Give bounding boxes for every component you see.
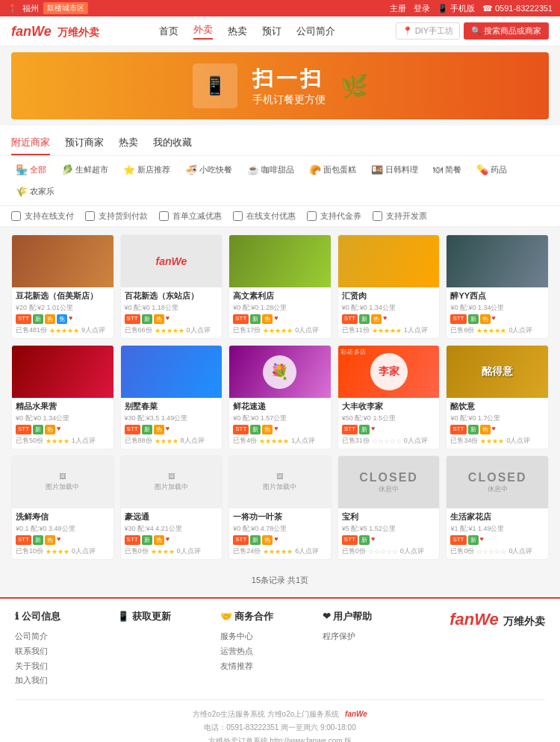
- merchant-meta: ¥0.1 配:¥0 3.48公里: [16, 524, 110, 534]
- filter-online-pay[interactable]: 支持在线支付: [11, 211, 74, 222]
- tab-nearby[interactable]: 附近商家: [11, 131, 50, 155]
- filter-invoice-checkbox[interactable]: [373, 211, 382, 221]
- merchant-card[interactable]: 汇贤肉 ¥0 配:¥0 1.34公里 STT 新 热 ♥ 已售11份 ★★★★★…: [337, 234, 441, 339]
- filter-first-order-checkbox[interactable]: [159, 211, 169, 221]
- merchant-card[interactable]: 🖼 图片加载中 一将功一叶茶 ¥0 配:¥0 4.78公里 STT 新 热 ♥ …: [228, 455, 332, 560]
- merchant-card[interactable]: 🖼 图片加载中 豪远通 ¥30 配:¥4 4.21公里 STT 新 热 ♥ 已售…: [120, 455, 223, 560]
- banner-deco: 🌿: [340, 73, 368, 99]
- footer-link[interactable]: 联系我们: [15, 644, 95, 659]
- loading-text: 图片加载中: [46, 482, 79, 492]
- location-search-box[interactable]: 📍 DIY手工坊: [396, 22, 460, 40]
- merchant-card[interactable]: 💐 鲜花速递 ¥0 配:¥0 1.57公里 STT 新 热 ♥ 已售4份 ★★★…: [228, 345, 332, 449]
- nav-booking[interactable]: 预订: [262, 25, 281, 38]
- merchant-meta: ¥0 配:¥0 4.78公里: [233, 524, 327, 534]
- footer-bottom: 方维o2o生活服务系统 方维o2o上门服务系统 fanWe 电话：0591-83…: [15, 700, 545, 742]
- merchant-rating: 已售31份 ☆☆☆☆☆ 0人点评: [342, 436, 436, 446]
- filter-online-discount[interactable]: 在线支付优惠: [233, 211, 296, 222]
- footer-link[interactable]: 关于我们: [15, 659, 95, 674]
- tag-g: 新: [250, 314, 261, 324]
- footer-link[interactable]: 服务中心: [220, 629, 300, 644]
- filter-cod-checkbox[interactable]: [85, 211, 95, 221]
- register-link[interactable]: 主册: [390, 3, 406, 14]
- merchant-card[interactable]: 醉YY西点 ¥0 配:¥0 1.34公里 STT 新 热 ♥ 已售6份 ★★★★…: [446, 234, 549, 339]
- closed-subtext: 休息中: [379, 484, 399, 494]
- nav-home[interactable]: 首页: [159, 25, 178, 38]
- footer-link[interactable]: 程序保护: [323, 629, 402, 644]
- merchant-card[interactable]: 高文素利店 ¥0 配:¥0 1.28公里 STT 新 热 ♥ 已售17份 ★★★…: [228, 234, 332, 339]
- logo[interactable]: fanWe 万维外卖: [11, 22, 99, 40]
- banner-sub-text: 手机订餐更方便: [252, 93, 326, 107]
- merchant-card[interactable]: 李家 彩花·多店 大丰收李家 ¥50 配:¥0 1.5公里 STT 新 ♥ 已售…: [337, 345, 441, 449]
- footer-link[interactable]: 友情推荐: [220, 659, 300, 674]
- pagination: 15条记录 共1页: [0, 567, 560, 593]
- merchant-meta: ¥50 配:¥0 1.5公里: [342, 414, 436, 423]
- cat-light[interactable]: 🍽简餐: [429, 162, 466, 178]
- stars: ★★★★★: [263, 327, 293, 334]
- merchant-rating: 已售481份 ★★★★★ 9人点评: [16, 325, 110, 335]
- tag-o1: 热: [45, 314, 55, 324]
- filter-first-order[interactable]: 首单立减优惠: [159, 211, 222, 222]
- cat-medicine[interactable]: 💊药品: [472, 162, 511, 178]
- login-link[interactable]: 登录: [414, 3, 430, 14]
- mobile-link[interactable]: 📱 手机版: [438, 3, 475, 14]
- tag-stt: STT: [450, 425, 466, 434]
- merchant-card-closed[interactable]: CLOSED 休息中 宝利 ¥5 配:¥5 1.52公里 STT 新 ♥ 已售0…: [337, 455, 441, 560]
- footer-link[interactable]: 公司简介: [15, 629, 95, 644]
- filter-coupon-checkbox[interactable]: [307, 211, 317, 221]
- closed-text: CLOSED: [359, 471, 418, 484]
- merchant-name: 别墅春菜: [125, 401, 219, 412]
- nav-takeout[interactable]: 外卖: [193, 23, 213, 40]
- filter-online-discount-checkbox[interactable]: [233, 211, 243, 221]
- merchant-card-closed[interactable]: CLOSED 休息中 生活家花店 ¥1 配:¥1 1.49公里 STT 新 ♥ …: [446, 455, 549, 560]
- loading-text: 图片加载中: [155, 482, 188, 492]
- nav-hot[interactable]: 热卖: [228, 25, 247, 38]
- stars: ★★★★: [480, 437, 504, 445]
- footer-link[interactable]: 运营热点: [220, 644, 300, 659]
- cat-coffee[interactable]: ☕咖啡甜品: [243, 162, 299, 178]
- tab-favorites[interactable]: 我的收藏: [153, 131, 192, 155]
- merchant-name: 豪远通: [125, 511, 219, 523]
- merchant-card[interactable]: 豆花新选（佰美斯店） ¥20 配:¥2 1.01公里 STT 新 热 免 ♥ 已…: [11, 234, 114, 339]
- cat-farm[interactable]: 🌾农家乐: [11, 184, 59, 199]
- nav-about[interactable]: 公司简介: [296, 25, 335, 38]
- tab-hot[interactable]: 热卖: [119, 131, 138, 155]
- tab-booking[interactable]: 预订商家: [65, 131, 104, 155]
- cat-bakery-icon: 🥐: [309, 164, 321, 175]
- filter-online-pay-checkbox[interactable]: [11, 211, 21, 221]
- district-label[interactable]: 鼓楼城市区: [43, 2, 88, 14]
- merchant-card[interactable]: 酩得意 酩饮意 ¥0 配:¥0 1.7公里 STT 新 热 ♥ 已售34份 ★★…: [446, 345, 549, 449]
- cat-bakery[interactable]: 🥐面包蛋糕: [305, 162, 361, 178]
- tag-o: 热: [154, 535, 164, 545]
- fav-icon: ♥: [492, 314, 496, 324]
- merchant-card[interactable]: 🖼 图片加载中 洗鲜寿信 ¥0.1 配:¥0 3.48公里 STT 新 热 ♥ …: [11, 455, 114, 560]
- search-button[interactable]: 🔍 搜索商品或商家: [464, 22, 549, 40]
- merchant-tags: STT 新 ♥: [342, 535, 436, 545]
- footer-link[interactable]: 加入我们: [15, 673, 95, 688]
- tag-o: 热: [371, 314, 382, 324]
- filter-coupon[interactable]: 支持代金券: [307, 211, 361, 222]
- stars: ★★★★★: [476, 327, 506, 334]
- tag-g: 新: [468, 535, 479, 545]
- merchant-rating: 已售0份 ☆☆☆☆☆ 0人点评: [450, 546, 544, 556]
- cat-snack[interactable]: 🍜小吃快餐: [181, 162, 237, 178]
- merchant-tags: STT 新 热 ♥: [233, 314, 327, 324]
- cat-fresh[interactable]: 🥬生鲜超市: [57, 162, 113, 178]
- loading-icon: 🖼: [276, 473, 283, 480]
- stars: ★★★★: [46, 437, 69, 445]
- filter-cod[interactable]: 支持货到付款: [85, 211, 148, 222]
- cat-new[interactable]: ⭐新店推荐: [119, 162, 175, 178]
- merchant-info: 精品水果营 ¥0 配:¥0 1.34公里 STT 新 热 ♥ 已售50份 ★★★…: [12, 398, 113, 449]
- cat-fresh-icon: 🥬: [61, 164, 73, 175]
- filter-invoice[interactable]: 支持开发票: [373, 211, 427, 222]
- cat-japanese[interactable]: 🍱日韩料理: [367, 162, 423, 178]
- cat-light-icon: 🍽: [433, 164, 443, 175]
- merchant-card[interactable]: 精品水果营 ¥0 配:¥0 1.34公里 STT 新 热 ♥ 已售50份 ★★★…: [11, 345, 114, 449]
- merchant-card[interactable]: 别墅春菜 ¥30 配:¥3.5 1.49公里 STT 新 热 ♥ 已售88份 ★…: [120, 345, 223, 449]
- merchant-rating: 已售34份 ★★★★ 0人点评: [450, 436, 544, 446]
- cat-snack-icon: 🍜: [185, 164, 197, 175]
- footer-fanwe-logo: fanWe: [345, 710, 367, 718]
- cat-all[interactable]: 🏪全部: [11, 162, 51, 178]
- merchant-card[interactable]: fanWe 百花新选（东站店） ¥0 配:¥0 1.18公里 STT 新 热 ♥…: [120, 234, 223, 339]
- tag-stt: STT: [233, 314, 249, 324]
- location-search-text[interactable]: DIY手工坊: [415, 25, 453, 37]
